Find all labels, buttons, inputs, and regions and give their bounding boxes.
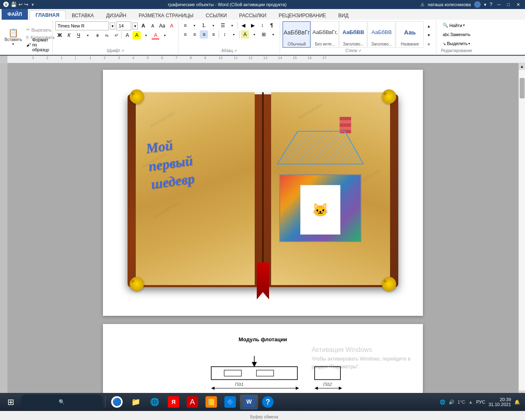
blue-app-button[interactable]: 🔷	[221, 395, 239, 409]
style-heading2[interactable]: АаБбВВ Заголово...	[368, 21, 395, 48]
tab-layout[interactable]: РАЗМЕТКА СТРАНИЦЫ	[132, 11, 200, 20]
tab-home[interactable]: ГЛАВНАЯ	[30, 10, 66, 20]
borders-button[interactable]: ⊞	[260, 30, 268, 39]
find-button[interactable]: 🔍 Найти ▾	[439, 21, 468, 29]
font-size-input[interactable]	[116, 21, 131, 30]
clear-format-button[interactable]: A	[167, 22, 176, 30]
minimize-button[interactable]: ─	[496, 2, 502, 7]
strikethrough-button[interactable]: з	[93, 31, 101, 39]
subscript-button[interactable]: x₂	[103, 31, 111, 39]
multilevel-dropdown[interactable]: ▾	[228, 21, 236, 30]
scroll-track[interactable]	[519, 70, 525, 390]
italic-button[interactable]: К	[65, 31, 73, 39]
word-taskbar-button[interactable]: W	[240, 395, 258, 409]
underline-button[interactable]: Ч	[74, 31, 82, 39]
increase-font-button[interactable]: A	[139, 22, 147, 30]
style-no-spacing[interactable]: АаБбВвГг, Без инте...	[311, 21, 339, 48]
up-arrow[interactable]: ▲	[468, 399, 473, 404]
underline-dropdown[interactable]: ▾	[84, 31, 92, 39]
replace-button[interactable]: abc Заменить	[439, 31, 474, 38]
sort-button[interactable]: ↕	[258, 21, 266, 30]
font-size-dropdown[interactable]: ▾	[132, 23, 138, 30]
align-left[interactable]: ≡	[181, 30, 189, 39]
text-effects-button[interactable]: A	[123, 31, 131, 39]
scroll-up-button[interactable]: ▲	[519, 63, 525, 70]
tab-mailings[interactable]: РАССЫЛКИ	[233, 11, 272, 20]
book-left-page: depositphotos depositphotos depositphoto…	[136, 92, 255, 285]
start-button[interactable]: ⊞	[2, 395, 20, 409]
align-right[interactable]: ≡	[200, 30, 208, 39]
format-painter-button[interactable]: 🖌 Формат по образцу	[26, 41, 51, 48]
superscript-button[interactable]: x²	[112, 31, 120, 39]
time-display[interactable]: 20:39 31.10.2021	[488, 397, 511, 407]
maximize-button[interactable]: □	[505, 2, 511, 7]
tab-review[interactable]: РЕЦЕНЗИРОВАНИЕ	[272, 11, 332, 20]
show-marks-button[interactable]: ¶	[267, 21, 276, 30]
bold-button[interactable]: Ж	[55, 31, 64, 39]
shading-button[interactable]: A	[241, 30, 249, 39]
watermark-3: depositphotos	[153, 201, 180, 219]
save-icon[interactable]: 💾	[11, 2, 17, 7]
font-color-dropdown[interactable]: ▾	[161, 31, 169, 39]
font-dialog-launcher[interactable]: ↗	[121, 49, 124, 53]
styles-scroll-down[interactable]: ▼	[425, 31, 433, 39]
network-icon[interactable]: 🌐	[440, 399, 445, 405]
line-spacing-dropdown[interactable]: ▾	[230, 30, 238, 39]
explorer-button[interactable]: 📁	[127, 395, 145, 409]
select-button[interactable]: ↘ Выделить ▾	[439, 40, 474, 47]
case-button[interactable]: Aa	[158, 22, 166, 30]
font-name-input[interactable]	[55, 21, 109, 30]
styles-more[interactable]: ≡	[425, 40, 433, 48]
styles-dialog-launcher[interactable]: ↗	[358, 49, 361, 53]
question-icon[interactable]: ?	[490, 2, 493, 7]
decrease-font-button[interactable]: A	[148, 22, 157, 30]
orange-app-button[interactable]: 📒	[202, 395, 220, 409]
tab-view[interactable]: ВИД	[332, 11, 355, 20]
tab-design[interactable]: ДИЗАЙН	[100, 11, 132, 20]
style-normal[interactable]: АаБбВвГг Обычный	[283, 21, 310, 48]
cut-button[interactable]: ✂ Вырезать	[26, 27, 51, 33]
para-dialog-launcher[interactable]: ↗	[234, 49, 237, 53]
close-button[interactable]: ✕	[515, 2, 522, 7]
decrease-indent[interactable]: ◀	[239, 21, 247, 30]
bullets-button[interactable]: ≡	[181, 21, 189, 30]
styles-scroll-up[interactable]: ▲	[425, 22, 433, 30]
multilevel-button[interactable]: ☰	[219, 21, 227, 30]
font-name-dropdown[interactable]: ▾	[110, 23, 115, 30]
notification-button[interactable]: 🔔	[514, 399, 520, 405]
align-center[interactable]: ≡	[190, 30, 199, 39]
numbering-dropdown[interactable]: ▾	[209, 21, 217, 30]
temperature-display: 1°С	[458, 399, 465, 404]
tab-file[interactable]: ФАЙЛ	[2, 9, 28, 20]
tab-references[interactable]: ССЫЛКИ	[200, 11, 233, 20]
borders-dropdown[interactable]: ▾	[269, 30, 277, 39]
bullets-dropdown[interactable]: ▾	[190, 21, 199, 30]
paste-button[interactable]: 📋 Вставить ▾	[2, 21, 25, 53]
justify[interactable]: ≡	[209, 30, 217, 39]
yandex-button[interactable]: Я	[164, 395, 183, 409]
find-dropdown[interactable]: ▾	[463, 23, 465, 27]
style-title[interactable]: Ааь Название	[396, 21, 424, 48]
tab-insert[interactable]: ВСТАВКА	[66, 11, 100, 20]
user-dropdown-icon[interactable]: ▾	[484, 2, 486, 7]
line-spacing[interactable]: ↕	[220, 30, 228, 39]
font-color-button[interactable]: A	[151, 31, 160, 39]
scroll-thumb[interactable]	[520, 78, 525, 98]
highlight-dropdown[interactable]: ▾	[142, 31, 150, 39]
edge-button[interactable]: 🌐	[146, 395, 164, 409]
red-app-button[interactable]: A	[183, 395, 201, 409]
numbering-button[interactable]: 1.	[200, 21, 208, 30]
paste-dropdown[interactable]: ▾	[12, 42, 14, 46]
style-heading1[interactable]: АаБбВВ Заголово...	[339, 21, 367, 48]
chrome-button[interactable]: 🔵	[108, 395, 126, 409]
shading-dropdown[interactable]: ▾	[250, 30, 258, 39]
document-scroll[interactable]: depositphotos depositphotos depositphoto…	[7, 63, 518, 397]
select-dropdown[interactable]: ▾	[468, 42, 470, 46]
increase-indent[interactable]: ▶	[249, 21, 257, 30]
redo-icon[interactable]: ↪	[24, 2, 28, 7]
search-button[interactable]: 🔍	[21, 395, 103, 409]
highlight-button[interactable]: A	[132, 31, 141, 39]
sound-icon[interactable]: 🔊	[449, 399, 454, 405]
undo-icon[interactable]: ↩	[18, 2, 23, 7]
help-button[interactable]: ?	[259, 395, 277, 409]
